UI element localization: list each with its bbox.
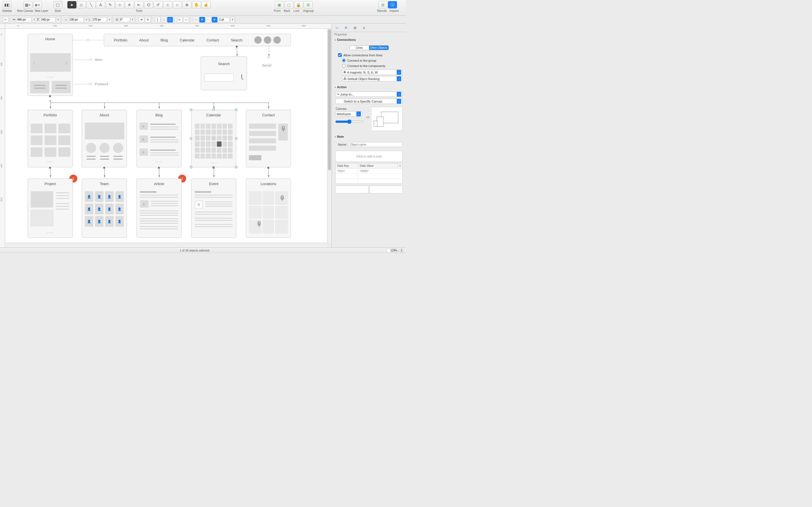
tool-shape[interactable]: ◇ [77, 1, 86, 8]
ruler-toggle[interactable]: ⊢ [3, 17, 8, 22]
stroke-style-button[interactable]: — [206, 17, 211, 22]
w-stepper[interactable]: ⇕ [84, 17, 88, 22]
angle-stepper[interactable]: ⇕ [131, 17, 135, 22]
stroke-width-input[interactable] [218, 17, 230, 22]
sel-handle[interactable] [190, 137, 192, 139]
action-slider[interactable] [335, 119, 363, 124]
action-type-select[interactable]: ↪ Jump to...⌄ [335, 92, 403, 97]
sidebar-toggle[interactable]: ▮◧ [3, 1, 11, 8]
insp-connections-header[interactable]: Connections [332, 37, 406, 43]
target-canvas-select[interactable]: Wireframe⌄ [335, 111, 362, 117]
tool-crop[interactable]: # [125, 1, 134, 8]
wf-search[interactable]: Search [201, 56, 247, 90]
wf-event[interactable]: Event 8 [191, 179, 236, 238]
ungroup-button[interactable]: ⊞ [304, 1, 313, 8]
zoom-input[interactable] [386, 248, 399, 252]
magnets-select[interactable]: ✥ 4 magnets: N, S, E, W⌄ [342, 69, 403, 75]
insp-note-header[interactable]: Note [332, 134, 406, 139]
wf-about[interactable]: About [82, 110, 127, 167]
search-input[interactable] [204, 73, 234, 81]
tool-magnet[interactable]: ∩ [173, 1, 182, 8]
insp-action-header[interactable]: Action [332, 84, 406, 90]
wf-team[interactable]: Team 👤👤👤👤 👤👤👤👤 👤👤👤👤 [82, 179, 127, 238]
h-input[interactable] [91, 17, 107, 22]
fill-none-button[interactable]: ▢ [193, 17, 199, 22]
note-textarea[interactable]: Click to add a note [335, 151, 403, 162]
connections-tabs[interactable]: Lines Other Objects [349, 45, 389, 50]
tool-stamp[interactable]: ⎌ [163, 1, 172, 8]
color-well-2[interactable] [370, 186, 403, 193]
tool-hand[interactable]: ✋ [192, 1, 201, 8]
object-name-input[interactable] [349, 142, 403, 147]
wf-contact[interactable]: Contact [246, 110, 291, 167]
scrollbar-vertical[interactable] [327, 29, 332, 243]
stroke-stepper[interactable]: ⇕ [231, 17, 234, 22]
scrollbar-horizontal[interactable] [5, 243, 327, 247]
sel-handle[interactable] [190, 166, 192, 168]
sel-rotate-handle[interactable] [213, 137, 214, 139]
sel-handle[interactable] [235, 109, 237, 111]
tool-brush[interactable]: ✐ [154, 1, 163, 8]
wf-article[interactable]: Article ▲ [137, 179, 182, 238]
allow-connections-checkbox[interactable] [338, 53, 342, 57]
flip-v-button[interactable]: ⇅ [145, 17, 151, 22]
distribute-button[interactable]: ⊪ [177, 17, 183, 22]
style-button[interactable]: ▢ [53, 1, 62, 8]
sel-handle[interactable] [235, 137, 237, 139]
insp-tab-document[interactable]: 🗎 [361, 25, 367, 31]
align-center-button[interactable]: ▢ [161, 17, 167, 22]
y-input[interactable] [40, 17, 56, 22]
new-layer-button[interactable]: ◈+ [33, 1, 42, 8]
sel-handle[interactable] [213, 109, 214, 111]
color-well-1[interactable] [335, 186, 368, 193]
tool-pointer[interactable]: ☝ [202, 1, 211, 8]
add-data-button[interactable]: + [397, 163, 402, 168]
lock-button[interactable]: 🔒 [294, 1, 303, 8]
new-canvas-button[interactable]: ▦+ [23, 1, 33, 8]
ranking-select[interactable]: ⁂ Default Object Ranking⌄ [342, 76, 403, 81]
wf-portfolio[interactable]: Portfolio ● ● ● ● ● [28, 110, 73, 167]
tool-expand[interactable]: ⇤ [135, 1, 144, 8]
stencils-button[interactable]: ⊞ [378, 1, 388, 8]
tool-point[interactable]: ⊹ [115, 1, 124, 8]
wf-blog[interactable]: Blog ▲ ▲ ▲ ● ● ● ● ● [137, 110, 182, 167]
data-table[interactable]: Data KeyData Value+ <key><data> [335, 163, 403, 184]
tool-diagram[interactable]: ⌬ [144, 1, 153, 8]
fill-color-button[interactable]: ▼ [199, 17, 205, 22]
flip-h-button[interactable]: ⇄ [139, 17, 144, 22]
h-stepper[interactable]: ⇕ [107, 17, 111, 22]
canvas-thumbnail[interactable] [371, 107, 403, 131]
stroke-color-button[interactable]: ▼ [212, 17, 217, 22]
ruler-vertical[interactable]: 0 100 200 300 400 500 [0, 29, 5, 247]
canvas[interactable]: Home ‹ › ● ● ● ● ● Portfolio About Blog … [5, 29, 327, 243]
action-target-select[interactable]: Switch to a Specific Canvas⌄ [335, 99, 403, 104]
tool-zoom[interactable]: ⊕ [183, 1, 192, 8]
connect-components-radio[interactable] [342, 64, 346, 68]
sel-handle[interactable] [190, 109, 192, 111]
tool-text[interactable]: A [96, 1, 105, 8]
x-input[interactable] [16, 17, 32, 22]
align-right-button[interactable]: ▢ [167, 17, 173, 22]
wf-home[interactable]: Home ‹ › ● ● ● ● ● [28, 34, 73, 96]
inspect-button[interactable]: ⓘ [388, 1, 397, 8]
w-input[interactable] [68, 17, 84, 22]
sel-handle[interactable] [235, 166, 237, 168]
wf-locations[interactable]: Locations [246, 179, 291, 238]
tool-line[interactable]: ╲ [87, 1, 96, 8]
y-stepper[interactable]: ⇕ [56, 17, 60, 22]
align-left-button[interactable]: ║ [155, 17, 160, 22]
tool-pen[interactable]: ✎ [106, 1, 115, 8]
wf-project[interactable]: Project ● ● ● ● ● [28, 179, 73, 238]
front-button[interactable]: ▣ [275, 1, 284, 8]
wf-navbar[interactable]: Portfolio About Blog Calendar Contact Se… [104, 34, 291, 46]
insp-tab-object[interactable]: ▭ [334, 25, 340, 31]
angle-input[interactable] [119, 17, 130, 22]
insp-tab-canvas[interactable]: ▦ [352, 25, 358, 31]
tool-select[interactable]: ➤ [67, 1, 77, 8]
x-stepper[interactable]: ⇕ [32, 17, 36, 22]
insp-tab-properties[interactable]: ⚙ [343, 25, 349, 31]
spacing-button[interactable]: ▭ [183, 17, 189, 22]
connect-group-radio[interactable] [342, 59, 346, 62]
ruler-horizontal[interactable]: 0 100 200 300 400 500 600 700 800 [5, 24, 332, 29]
zoom-stepper[interactable]: ⇕ [400, 249, 403, 252]
